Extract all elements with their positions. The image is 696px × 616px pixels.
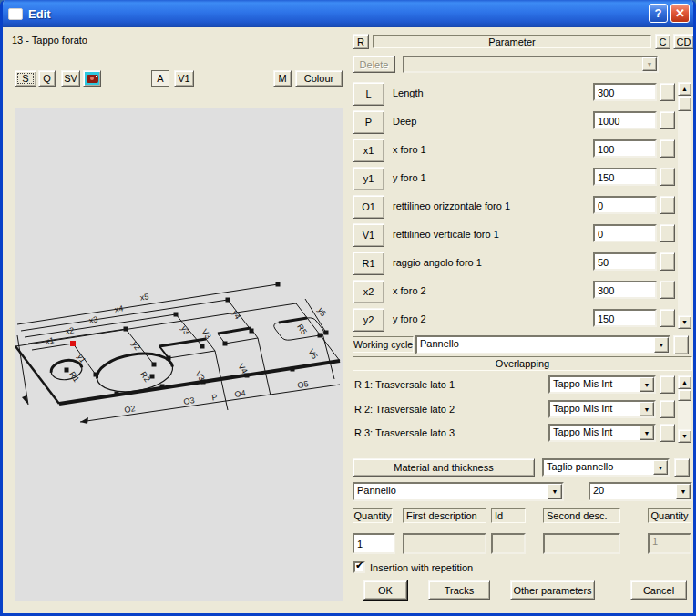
param-key-button[interactable]: O1 — [353, 195, 384, 219]
toolbar-button-m[interactable]: M — [273, 70, 292, 87]
dim-label-p: P — [211, 393, 219, 403]
param-extra-button[interactable] — [660, 83, 675, 101]
scroll-up-icon[interactable]: ▲ — [678, 82, 691, 96]
param-value-input[interactable] — [593, 111, 657, 129]
param-extra-button[interactable] — [660, 111, 675, 129]
drawing-canvas[interactable]: x1 x2 x3 x4 x5 y1 y2 y3 y4 y5 V3 V3 V4 V… — [15, 108, 343, 601]
param-extra-button[interactable] — [660, 252, 675, 271]
cancel-button[interactable]: Cancel — [630, 580, 687, 600]
chevron-down-icon[interactable]: ▼ — [654, 337, 669, 353]
help-button[interactable]: ? — [649, 4, 668, 23]
param-value-input[interactable] — [593, 281, 657, 299]
close-button[interactable]: ✕ — [670, 4, 690, 23]
cd-button[interactable]: CD — [673, 34, 694, 49]
overlap-value: Tappo Mis Int — [553, 426, 612, 437]
param-desc: raggio angolo foro 1 — [393, 257, 482, 268]
dim-label-x3: x3 — [88, 314, 98, 324]
window-title: Edit — [28, 7, 51, 21]
scroll-up-icon[interactable]: ▲ — [678, 375, 691, 389]
scrollbar-thumb[interactable] — [678, 389, 691, 401]
titlebar[interactable]: Edit ? ✕ — [0, 0, 696, 27]
param-value-input[interactable] — [593, 309, 657, 327]
toolbar-button-s[interactable]: S — [15, 70, 36, 87]
param-extra-button[interactable] — [660, 281, 675, 299]
toolbar-button-q[interactable]: Q — [38, 70, 56, 87]
dim-label-y4: y4 — [230, 309, 243, 321]
chevron-down-icon[interactable]: ▼ — [640, 426, 654, 440]
selected-point-marker — [70, 341, 76, 346]
param-desc: y foro 1 — [393, 172, 426, 183]
dim-label-y2: y2 — [130, 340, 143, 352]
quantity-input[interactable] — [353, 533, 395, 554]
working-cycle-label: Working cycle — [353, 336, 414, 353]
param-row: y2 y foro 2 — [353, 308, 691, 333]
param-desc: x foro 1 — [393, 144, 426, 155]
id-field — [491, 533, 526, 554]
isometric-panel-drawing: x1 x2 x3 x4 x5 y1 y2 y3 y4 y5 V3 V3 V4 V… — [15, 108, 343, 601]
param-key-button[interactable]: y1 — [353, 167, 384, 190]
cut-extra-button[interactable] — [674, 458, 690, 477]
working-cycle-extra-button[interactable] — [673, 335, 689, 354]
param-extra-button[interactable] — [660, 139, 675, 158]
overlap-select[interactable]: Tappo Mis Int ▼ — [548, 400, 656, 418]
chevron-down-icon[interactable]: ▼ — [653, 460, 668, 475]
param-row: L Length — [353, 82, 691, 107]
material-thickness-button[interactable]: Material and thickness — [353, 458, 535, 477]
param-key-button[interactable]: x1 — [353, 139, 384, 162]
param-key-button[interactable]: R1 — [353, 252, 384, 275]
overlap-value: Tappo Mis Int — [553, 378, 612, 389]
thickness-select[interactable]: 20 ▼ — [589, 482, 692, 501]
param-value-input[interactable] — [593, 224, 657, 242]
help-icon: ? — [655, 6, 662, 20]
chevron-down-icon[interactable]: ▼ — [640, 402, 654, 416]
chevron-down-icon[interactable]: ▼ — [640, 377, 654, 392]
param-value-input[interactable] — [593, 196, 657, 214]
dim-label-y3: y3 — [179, 324, 192, 336]
param-extra-button[interactable] — [660, 309, 675, 327]
param-value-input[interactable] — [593, 139, 657, 158]
param-extra-button[interactable] — [660, 196, 675, 214]
overlap-extra-button[interactable] — [660, 375, 675, 394]
macro-select: ▼ — [403, 56, 659, 73]
other-parameters-button[interactable]: Other parameters — [510, 580, 595, 600]
overlap-select[interactable]: Tappo Mis Int ▼ — [548, 424, 656, 442]
scroll-down-icon[interactable]: ▼ — [678, 429, 691, 443]
c-button[interactable]: C — [655, 34, 670, 49]
cut-value: Taglio pannello — [547, 461, 613, 472]
overlap-extra-button[interactable] — [660, 424, 675, 442]
toolbar-button-colour[interactable]: Colour — [295, 70, 343, 87]
overlap-scrollbar[interactable]: ▲ ▼ — [678, 375, 691, 443]
material-select[interactable]: Pannello ▼ — [353, 482, 564, 501]
repetition-checkbox[interactable]: ✔ — [353, 561, 365, 573]
toolbar-button-camera[interactable] — [83, 70, 101, 87]
dim-label-x2: x2 — [65, 325, 75, 335]
r-button[interactable]: R — [353, 34, 369, 49]
tracks-button[interactable]: Tracks — [428, 580, 490, 600]
hole-label-r1: R1 — [67, 370, 81, 384]
param-key-button[interactable]: V1 — [353, 223, 384, 247]
ok-button[interactable]: OK — [363, 580, 407, 600]
param-scrollbar[interactable]: ▲ ▼ — [678, 82, 691, 329]
param-extra-button[interactable] — [660, 168, 675, 186]
toolbar-button-v1[interactable]: V1 — [174, 70, 194, 87]
toolbar-button-sv[interactable]: SV — [61, 70, 80, 87]
param-value-input[interactable] — [593, 168, 657, 186]
scroll-down-icon[interactable]: ▼ — [678, 315, 691, 329]
chevron-down-icon[interactable]: ▼ — [548, 484, 562, 499]
param-key-button[interactable]: L — [353, 82, 384, 106]
param-row: x2 x foro 2 — [353, 280, 691, 304]
param-value-input[interactable] — [593, 252, 657, 271]
param-key-button[interactable]: P — [353, 110, 384, 134]
scrollbar-thumb[interactable] — [678, 96, 691, 111]
toolbar-button-a[interactable]: A — [151, 70, 169, 87]
chevron-down-icon: ▼ — [642, 57, 657, 71]
param-value-input[interactable] — [593, 83, 657, 101]
working-cycle-select[interactable]: Pannello ▼ — [415, 335, 670, 354]
chevron-down-icon[interactable]: ▼ — [676, 484, 691, 499]
param-key-button[interactable]: x2 — [353, 280, 384, 303]
overlap-select[interactable]: Tappo Mis Int ▼ — [548, 375, 656, 394]
overlap-extra-button[interactable] — [660, 400, 675, 418]
param-key-button[interactable]: y2 — [353, 308, 384, 332]
cut-select[interactable]: Taglio pannello ▼ — [542, 458, 670, 477]
param-extra-button[interactable] — [660, 224, 675, 242]
